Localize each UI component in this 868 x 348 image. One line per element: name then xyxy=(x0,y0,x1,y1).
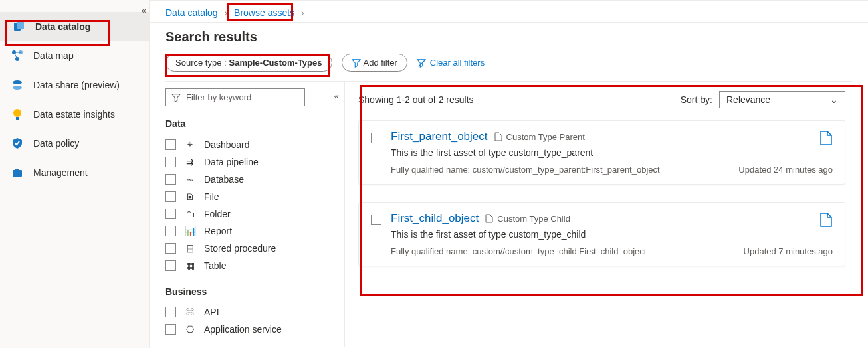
facet-item-report[interactable]: 📊Report xyxy=(165,222,344,240)
facet-item-dashboard[interactable]: ⌖Dashboard xyxy=(165,135,344,153)
chevron-down-icon: ⌄ xyxy=(830,94,838,105)
clear-filter-icon xyxy=(417,58,426,68)
result-card: First_child_object Custom Type Child Thi… xyxy=(358,202,845,266)
filter-pill-value: Sample-Custom-Types xyxy=(229,58,322,68)
chevron-right-icon: › xyxy=(225,7,228,18)
checkbox[interactable] xyxy=(165,139,176,150)
facet-label: Database xyxy=(204,174,244,185)
checkbox[interactable] xyxy=(165,324,176,335)
facet-item-data-pipeline[interactable]: ⇉Data pipeline xyxy=(165,153,344,171)
stored-procedure-icon: ⌸ xyxy=(184,243,196,254)
facet-item-stored-procedure[interactable]: ⌸Stored procedure xyxy=(165,240,344,257)
facet-search-placeholder: Filter by keyword xyxy=(186,92,251,102)
result-card: First_parent_object Custom Type Parent T… xyxy=(358,120,845,185)
clear-filters-label: Clear all filters xyxy=(430,58,485,68)
asset-link[interactable]: First_parent_object xyxy=(391,130,488,143)
page-title: Search results xyxy=(165,29,852,44)
asset-description: This is the first asset of type custom_t… xyxy=(391,229,833,240)
checkbox[interactable] xyxy=(165,307,176,317)
chevron-right-icon: › xyxy=(301,7,304,18)
filter-icon xyxy=(171,93,181,102)
sort-select[interactable]: Relevance ⌄ xyxy=(719,91,845,108)
checkbox[interactable] xyxy=(165,191,176,202)
report-icon: 📊 xyxy=(184,226,196,236)
facet-item-api[interactable]: ⌘API xyxy=(165,304,344,321)
sidebar-item-label: Data estate insights xyxy=(33,109,115,120)
sidebar-item-data-policy[interactable]: Data policy xyxy=(0,129,149,158)
checkbox[interactable] xyxy=(165,243,176,254)
checkbox[interactable] xyxy=(165,157,176,167)
map-icon xyxy=(11,49,24,62)
svg-rect-1 xyxy=(17,21,24,29)
sidebar-item-data-estate-insights[interactable]: Data estate insights xyxy=(0,100,149,129)
sidebar-item-label: Data policy xyxy=(33,138,79,149)
asset-link[interactable]: First_child_object xyxy=(391,212,479,225)
sidebar-item-data-map[interactable]: Data map xyxy=(0,41,149,70)
facet-label: Dashboard xyxy=(204,139,250,150)
clear-filters-button[interactable]: Clear all filters xyxy=(417,58,485,68)
checkbox[interactable] xyxy=(165,260,176,271)
breadcrumb-current[interactable]: Browse assets xyxy=(234,7,294,18)
sidebar-item-data-catalog[interactable]: Data catalog xyxy=(0,12,149,41)
sidebar: « Data catalog Data map Data share (prev… xyxy=(0,0,150,348)
asset-fqn: Fully qualified name: custom//custom_typ… xyxy=(391,165,660,175)
asset-type-badge: Custom Type Child xyxy=(485,214,570,224)
svg-rect-11 xyxy=(13,170,22,177)
table-icon: ▦ xyxy=(184,260,196,271)
facet-label: Folder xyxy=(204,209,231,219)
facet-item-file[interactable]: 🗎File xyxy=(165,188,344,205)
sidebar-item-label: Data map xyxy=(33,50,74,61)
share-icon xyxy=(11,78,24,92)
facet-heading-data: Data xyxy=(165,118,344,129)
filter-pill-prefix: Source type : xyxy=(175,58,227,68)
facet-label: API xyxy=(204,307,219,317)
add-filter-label: Add filter xyxy=(364,58,397,68)
facet-label: Table xyxy=(204,260,226,271)
results-count: Showing 1-2 out of 2 results xyxy=(358,94,474,105)
svg-point-7 xyxy=(13,80,22,84)
checkbox[interactable] xyxy=(165,209,176,219)
sidebar-item-label: Data share (preview) xyxy=(33,80,120,90)
facet-label: Stored procedure xyxy=(204,243,276,254)
folder-icon: 🗀 xyxy=(184,209,196,219)
catalog-icon xyxy=(13,20,26,33)
policy-icon xyxy=(11,137,24,150)
svg-point-8 xyxy=(13,86,22,90)
sidebar-item-label: Data catalog xyxy=(35,21,90,32)
app-service-icon: ⎔ xyxy=(184,324,196,335)
asset-fqn: Fully qualified name: custom//custom_typ… xyxy=(391,246,646,256)
add-filter-button[interactable]: Add filter xyxy=(342,54,407,72)
filter-pill-source-type[interactable]: Source type : Sample-Custom-Types xyxy=(165,54,332,72)
facet-collapse-button[interactable]: « xyxy=(334,91,338,101)
facet-item-table[interactable]: ▦Table xyxy=(165,257,344,274)
facet-label: File xyxy=(204,191,219,202)
document-icon xyxy=(819,212,833,230)
facet-item-database[interactable]: ⏦Database xyxy=(165,171,344,188)
asset-updated: Updated 7 minutes ago xyxy=(744,246,833,256)
sort-value: Relevance xyxy=(726,94,770,105)
sidebar-collapse-button[interactable]: « xyxy=(142,5,145,15)
breadcrumb-root[interactable]: Data catalog xyxy=(165,7,218,18)
facet-search-input[interactable]: Filter by keyword xyxy=(165,88,305,106)
checkbox[interactable] xyxy=(165,174,176,185)
sidebar-item-data-share[interactable]: Data share (preview) xyxy=(0,70,149,100)
dashboard-icon: ⌖ xyxy=(184,139,196,150)
asset-type-badge: Custom Type Parent xyxy=(494,132,585,142)
api-icon: ⌘ xyxy=(184,307,196,317)
facet-item-application-service[interactable]: ⎔Application service xyxy=(165,321,344,338)
facet-panel: Filter by keyword « Data ⌖Dashboard ⇉Dat… xyxy=(165,82,345,347)
facet-label: Data pipeline xyxy=(204,157,259,167)
sort-by-label: Sort by: xyxy=(681,94,712,105)
select-checkbox[interactable] xyxy=(371,133,381,143)
select-checkbox[interactable] xyxy=(371,215,381,225)
document-icon xyxy=(819,130,833,148)
checkbox[interactable] xyxy=(165,226,176,236)
pipeline-icon: ⇉ xyxy=(184,157,196,167)
document-icon xyxy=(485,214,493,223)
document-icon xyxy=(494,132,502,141)
facet-item-folder[interactable]: 🗀Folder xyxy=(165,205,344,222)
sidebar-item-management[interactable]: Management xyxy=(0,158,149,187)
database-icon: ⏦ xyxy=(184,174,196,185)
breadcrumb: Data catalog › Browse assets › xyxy=(150,1,868,23)
asset-description: This is the first asset of type custom_t… xyxy=(391,147,833,158)
